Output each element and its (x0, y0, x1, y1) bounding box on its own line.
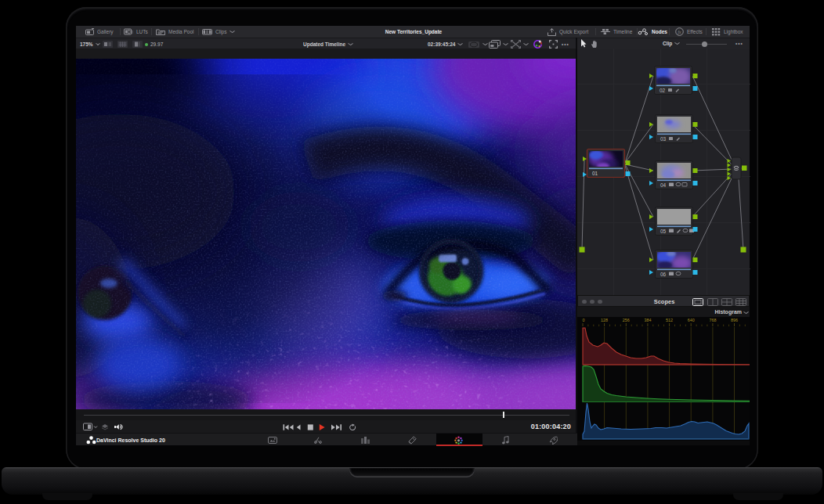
svg-text:512: 512 (666, 318, 673, 322)
svg-text:fx: fx (678, 30, 682, 34)
svg-text:04: 04 (660, 182, 667, 188)
svg-text:01: 01 (592, 171, 598, 176)
svg-text:03: 03 (660, 136, 667, 142)
svg-text:02: 02 (660, 88, 666, 93)
svg-text:768: 768 (709, 318, 716, 322)
svg-text:05: 05 (660, 229, 667, 234)
svg-text:384: 384 (644, 318, 651, 322)
svg-text:128: 128 (601, 318, 608, 322)
svg-text:640: 640 (688, 318, 695, 322)
svg-text:06: 06 (660, 272, 667, 277)
svg-text:256: 256 (623, 318, 630, 322)
svg-text:0: 0 (583, 318, 585, 322)
svg-text:896: 896 (731, 318, 738, 322)
